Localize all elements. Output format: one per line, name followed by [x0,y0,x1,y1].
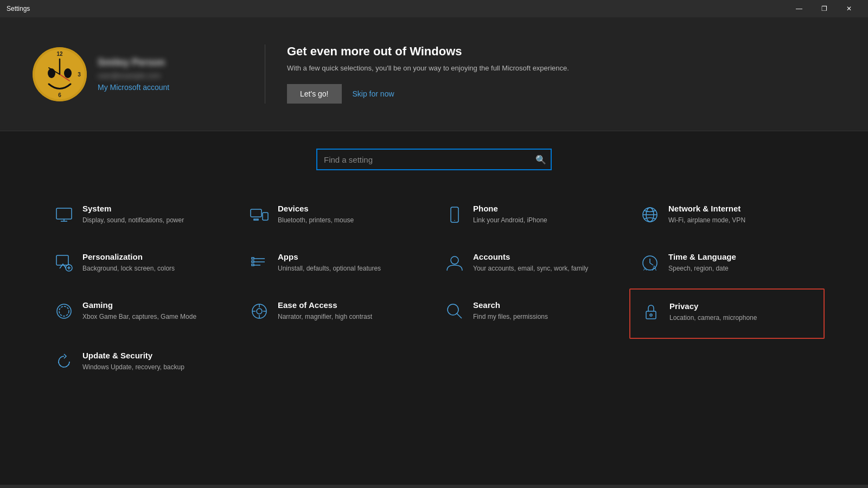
network-icon [640,205,660,228]
accounts-title: Accounts [473,252,588,261]
search-section: 🔍 [0,131,868,181]
apps-title: Apps [278,252,381,261]
svg-text:A: A [643,266,647,272]
apps-desc: Uninstall, defaults, optional features [278,264,381,273]
setting-item-accounts[interactable]: Accounts Your accounts, email, sync, wor… [434,240,629,288]
svg-line-44 [457,313,462,318]
svg-text:A: A [652,265,656,272]
svg-rect-13 [251,209,261,217]
system-title: System [82,204,184,213]
search-icon [445,301,464,325]
svg-rect-21 [56,255,68,265]
gaming-text: Gaming Xbox Game Bar, captures, Game Mod… [82,300,196,322]
svg-point-29 [451,256,458,264]
accounts-desc: Your accounts, email, sync, work, family [473,264,588,273]
accounts-icon [445,253,464,277]
bottom-bar [0,485,868,488]
system-desc: Display, sound, notifications, power [82,215,184,225]
privacy-text: Privacy Location, camera, microphone [669,301,757,323]
avatar: 12 3 6 [33,47,87,101]
promo-section: Get even more out of Windows With a few … [265,44,835,104]
user-email: user@example.com [98,72,169,80]
apps-text: Apps Uninstall, defaults, optional featu… [278,252,381,273]
promo-title: Get even more out of Windows [287,44,835,59]
close-button[interactable]: ✕ [837,0,861,17]
accounts-text: Accounts Your accounts, email, sync, wor… [473,252,588,273]
svg-text:12: 12 [56,51,63,57]
privacy-icon [641,303,661,326]
ms-account-link[interactable]: My Microsoft account [98,83,169,92]
setting-item-system[interactable]: System Display, sound, notifications, po… [43,192,239,240]
header-section: 12 3 6 Smiley Person user@example.com My… [0,17,868,131]
devices-desc: Bluetooth, printers, mouse [278,215,354,225]
promo-subtitle: With a few quick selections, you'll be o… [287,63,835,74]
window-controls: — ❐ ✕ [787,0,861,17]
svg-rect-14 [263,213,268,220]
personalization-title: Personalization [82,252,175,261]
phone-desc: Link your Android, iPhone [473,215,547,225]
privacy-desc: Location, camera, microphone [669,313,757,323]
maximize-button[interactable]: ❐ [812,0,837,17]
svg-point-46 [650,314,652,316]
setting-item-gaming[interactable]: Gaming Xbox Game Bar, captures, Game Mod… [43,288,239,339]
user-profile-section: 12 3 6 Smiley Person user@example.com My… [33,47,239,101]
svg-rect-16 [451,207,458,222]
svg-point-36 [59,306,69,316]
setting-item-apps[interactable]: Apps Uninstall, defaults, optional featu… [239,240,434,288]
update-icon [54,352,74,375]
svg-rect-10 [56,208,72,219]
personalization-desc: Background, lock screen, colors [82,264,175,273]
phone-title: Phone [473,204,547,213]
search-box[interactable]: 🔍 [316,149,552,170]
ease-title: Ease of Access [278,300,372,310]
svg-rect-15 [254,219,258,220]
personalization-icon [54,253,74,277]
gaming-icon [54,301,74,325]
system-icon [54,205,74,228]
search-desc: Find my files, permissions [473,312,548,322]
setting-item-network[interactable]: Network & Internet Wi-Fi, airplane mode,… [629,192,825,240]
update-text: Update & Security Windows Update, recove… [82,351,184,372]
devices-title: Devices [278,204,354,213]
lets-go-button[interactable]: Let's go! [287,84,342,104]
svg-point-9 [64,68,72,78]
privacy-title: Privacy [669,301,757,311]
ease-icon [250,301,269,325]
setting-item-phone[interactable]: Phone Link your Android, iPhone [434,192,629,240]
search-input[interactable] [324,155,535,164]
apps-icon [250,253,269,277]
time-icon: AA [640,253,660,277]
personalization-text: Personalization Background, lock screen,… [82,252,175,273]
app-title: Settings [7,5,30,12]
update-desc: Windows Update, recovery, backup [82,362,184,372]
avatar-image: 12 3 6 [33,47,87,101]
svg-rect-27 [252,261,254,262]
minimize-button[interactable]: — [787,0,812,17]
search-icon: 🔍 [535,155,546,165]
network-text: Network & Internet Wi-Fi, airplane mode,… [668,204,745,225]
user-name: Smiley Person [98,57,169,68]
svg-point-8 [48,68,55,78]
setting-item-personalization[interactable]: Personalization Background, lock screen,… [43,240,239,288]
settings-grid: System Display, sound, notifications, po… [0,181,868,398]
skip-button[interactable]: Skip for now [353,89,394,98]
setting-item-ease[interactable]: Ease of Access Narrator, magnifier, high… [239,288,434,339]
update-title: Update & Security [82,351,184,360]
setting-item-devices[interactable]: Devices Bluetooth, printers, mouse [239,192,434,240]
ease-desc: Narrator, magnifier, high contrast [278,312,372,322]
search-title: Search [473,300,548,310]
svg-rect-28 [252,264,254,266]
promo-actions: Let's go! Skip for now [287,84,835,104]
gaming-desc: Xbox Game Bar, captures, Game Mode [82,312,196,322]
svg-rect-26 [252,258,254,259]
system-text: System Display, sound, notifications, po… [82,204,184,225]
svg-text:3: 3 [78,72,81,78]
setting-item-update[interactable]: Update & Security Windows Update, recove… [43,339,239,387]
setting-item-search[interactable]: Search Find my files, permissions [434,288,629,339]
setting-item-privacy[interactable]: Privacy Location, camera, microphone [629,288,825,339]
user-info: Smiley Person user@example.com My Micros… [98,57,169,92]
setting-item-time[interactable]: AA Time & Language Speech, region, date [629,240,825,288]
ease-text: Ease of Access Narrator, magnifier, high… [278,300,372,322]
time-text: Time & Language Speech, region, date [668,252,736,273]
gaming-title: Gaming [82,300,196,310]
